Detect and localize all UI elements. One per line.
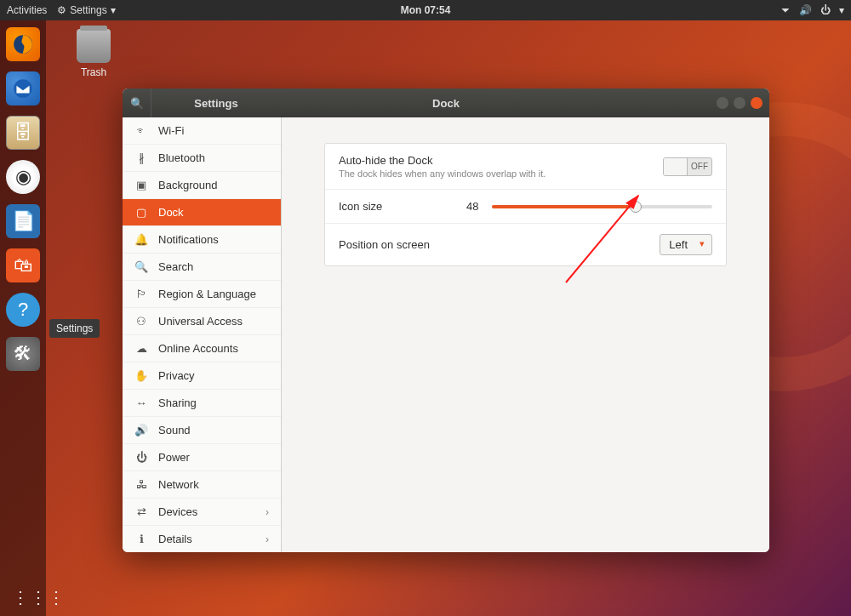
power-icon: ⏻ (134, 451, 148, 464)
dock-firefox[interactable] (6, 27, 40, 61)
chevron-down-icon[interactable]: ▾ (839, 4, 844, 16)
access-icon: ⚇ (134, 315, 148, 328)
sidebar-item-sound[interactable]: 🔊Sound (123, 417, 281, 444)
sidebar-title: Settings (151, 97, 281, 110)
network-icon: 🖧 (134, 478, 148, 491)
autohide-row: Auto-hide the Dock The dock hides when a… (325, 144, 726, 190)
sidebar-item-devices[interactable]: ⇄Devices› (123, 499, 281, 526)
privacy-icon: ✋ (134, 369, 148, 382)
sidebar-item-label: Dock (158, 206, 184, 219)
settings-window: 🔍 Settings Dock ᯤWi-Fi∦Bluetooth▣Backgro… (123, 88, 769, 552)
sound-icon: 🔊 (134, 424, 148, 436)
autohide-switch[interactable]: OFF (663, 157, 712, 176)
settings-content: Auto-hide the Dock The dock hides when a… (282, 117, 769, 552)
volume-icon[interactable]: 🔊 (799, 4, 812, 16)
sidebar-item-bluetooth[interactable]: ∦Bluetooth (123, 145, 281, 172)
search-button[interactable]: 🔍 (123, 88, 151, 117)
sidebar-item-label: Sound (158, 424, 191, 436)
slider-fill (492, 205, 635, 208)
region-icon: 🏳 (134, 288, 148, 300)
dock-rhythmbox[interactable]: ◉ (6, 160, 40, 194)
dock-help[interactable]: ? (6, 293, 40, 327)
dock-panel: Auto-hide the Dock The dock hides when a… (324, 143, 727, 266)
notifications-icon: 🔔 (134, 233, 148, 246)
sidebar-item-label: Sharing (158, 396, 197, 409)
search-icon: 🔍 (134, 260, 148, 273)
sidebar-item-background[interactable]: ▣Background (123, 172, 281, 199)
iconsize-value: 48 (466, 200, 478, 213)
switch-knob (664, 158, 688, 175)
sidebar-item-region-language[interactable]: 🏳Region & Language (123, 281, 281, 308)
sidebar-item-label: Search (158, 260, 193, 273)
sidebar-item-label: Privacy (158, 369, 195, 382)
iconsize-label: Icon size (339, 200, 466, 213)
dock-settings[interactable]: 🛠 (6, 337, 40, 371)
background-icon: ▣ (134, 179, 148, 191)
sidebar-item-label: Region & Language (158, 288, 256, 300)
sidebar-item-search[interactable]: 🔍Search (123, 254, 281, 281)
network-icon[interactable]: ⏷ (780, 4, 791, 16)
dock-icon: ▢ (134, 206, 148, 219)
sidebar-item-label: Power (158, 451, 190, 464)
sidebar-item-sharing[interactable]: ↔Sharing (123, 390, 281, 417)
sidebar-item-label: Network (158, 478, 199, 491)
close-button[interactable] (751, 97, 762, 109)
sidebar-item-label: Wi-Fi (158, 124, 184, 137)
sidebar-item-universal-access[interactable]: ⚇Universal Access (123, 308, 281, 335)
chevron-down-icon: ▾ (111, 4, 116, 16)
trash-icon (77, 29, 111, 63)
desktop-trash[interactable]: Trash (68, 29, 119, 78)
autohide-label: Auto-hide the Dock (339, 154, 663, 167)
titlebar[interactable]: 🔍 Settings Dock (123, 88, 769, 117)
power-icon[interactable]: ⏻ (820, 4, 831, 16)
bluetooth-icon: ∦ (134, 151, 148, 164)
maximize-button[interactable] (734, 97, 745, 109)
sidebar-item-label: Details (158, 533, 192, 545)
clock[interactable]: Mon 07:54 (401, 4, 451, 16)
iconsize-row: Icon size 48 (325, 190, 726, 224)
dock-ubuntu-software[interactable]: 🛍 (6, 248, 40, 282)
iconsize-slider[interactable] (492, 205, 712, 208)
settings-sidebar: ᯤWi-Fi∦Bluetooth▣Background▢Dock🔔Notific… (123, 117, 282, 552)
sidebar-item-label: Online Accounts (158, 342, 238, 355)
autohide-desc: The dock hides when any windows overlap … (339, 168, 663, 179)
sidebar-item-label: Bluetooth (158, 151, 205, 164)
sidebar-item-label: Background (158, 179, 217, 191)
dock-thunderbird[interactable] (6, 71, 40, 106)
sidebar-item-label: Notifications (158, 233, 219, 246)
slider-thumb[interactable] (630, 201, 642, 213)
sidebar-item-label: Devices (158, 505, 197, 518)
devices-icon: ⇄ (134, 505, 148, 518)
sidebar-item-online-accounts[interactable]: ☁Online Accounts (123, 335, 281, 362)
dock: 🗄 ◉ 📄 🛍 ? 🛠 (0, 20, 46, 616)
trash-label: Trash (68, 66, 119, 78)
sidebar-item-dock[interactable]: ▢Dock (123, 199, 281, 226)
sidebar-item-privacy[interactable]: ✋Privacy (123, 362, 281, 390)
accounts-icon: ☁ (134, 342, 148, 355)
chevron-right-icon: › (266, 506, 269, 518)
svg-point-1 (14, 79, 32, 98)
app-menu-label: Settings (70, 4, 106, 16)
sidebar-item-details[interactable]: ℹDetails› (123, 526, 281, 552)
dock-libreoffice-writer[interactable]: 📄 (6, 204, 40, 238)
position-dropdown[interactable]: Left (660, 234, 712, 255)
position-label: Position on screen (339, 238, 430, 251)
wifi-icon: ᯤ (134, 124, 148, 137)
show-applications-button[interactable]: ⋮⋮⋮ (12, 587, 66, 607)
dock-tooltip: Settings (49, 319, 100, 338)
gear-icon: ⚙ (57, 4, 66, 16)
position-row: Position on screen Left (325, 224, 726, 265)
app-menu[interactable]: ⚙ Settings ▾ (57, 4, 115, 16)
details-icon: ℹ (134, 533, 148, 545)
chevron-right-icon: › (266, 533, 269, 545)
dock-files[interactable]: 🗄 (6, 116, 40, 150)
sidebar-item-network[interactable]: 🖧Network (123, 471, 281, 499)
activities-button[interactable]: Activities (7, 4, 47, 16)
sharing-icon: ↔ (134, 396, 148, 409)
sidebar-item-label: Universal Access (158, 315, 243, 328)
sidebar-item-power[interactable]: ⏻Power (123, 444, 281, 471)
minimize-button[interactable] (717, 97, 728, 109)
sidebar-item-notifications[interactable]: 🔔Notifications (123, 226, 281, 254)
window-title: Dock (432, 97, 460, 110)
sidebar-item-wi-fi[interactable]: ᯤWi-Fi (123, 117, 281, 145)
